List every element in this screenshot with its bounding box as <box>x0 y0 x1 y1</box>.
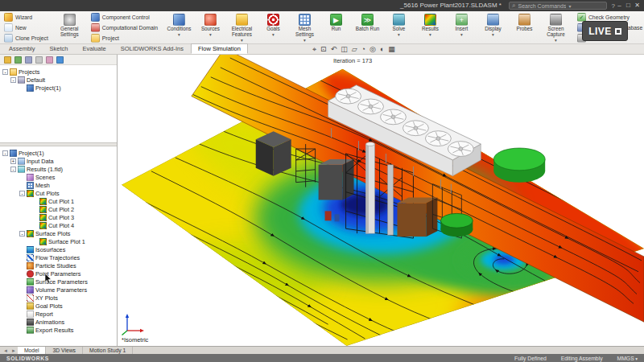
tree-item-icon <box>10 68 17 76</box>
tree-item[interactable]: Cut Plots <box>0 189 117 197</box>
command-tab[interactable]: Assembly <box>2 43 43 54</box>
tree-item[interactable]: Goal Plots <box>0 302 117 310</box>
dropdown-caret-icon <box>209 33 212 36</box>
tree-item[interactable]: Default <box>0 76 117 84</box>
tree-item[interactable]: Surface Plots <box>0 229 117 237</box>
tree-item[interactable]: Input Data <box>0 157 117 165</box>
command-tab[interactable]: Sketch <box>43 43 76 54</box>
panel-tab-strip <box>0 55 117 65</box>
model-tab-label: 3D Views <box>52 348 76 353</box>
panel-tab-icon[interactable] <box>4 56 11 64</box>
search-commands-box[interactable]: Search Commands <box>509 2 607 10</box>
expand-toggle-icon[interactable] <box>10 77 16 83</box>
ribbon-button[interactable]: Run <box>320 12 352 43</box>
expand-toggle-icon[interactable] <box>19 191 25 196</box>
ribbon-button[interactable]: Results <box>415 12 446 43</box>
tree-item[interactable]: Projects <box>0 68 117 76</box>
ribbon-button[interactable]: Computational Domain <box>89 23 160 33</box>
hud-view-icon[interactable] <box>380 44 384 55</box>
hud-view-icon[interactable] <box>331 44 337 55</box>
ribbon-button[interactable]: Wizard <box>2 13 51 23</box>
tree-item[interactable]: Isosurfaces <box>0 245 117 253</box>
expand-toggle-icon[interactable] <box>2 150 8 156</box>
ribbon-button-label: Sources <box>201 27 220 32</box>
hud-view-icon[interactable] <box>388 44 395 55</box>
ribbon-icon <box>299 14 311 26</box>
hud-view-icon[interactable] <box>361 44 365 55</box>
close-button[interactable]: ✕ <box>633 0 642 11</box>
maximize-button[interactable]: □ <box>624 0 633 11</box>
hud-view-icon[interactable] <box>320 44 327 55</box>
graphics-area[interactable]: Iteration = 173 *Isometric <box>118 55 644 346</box>
tree-item[interactable]: Export Results <box>0 326 117 334</box>
projects-tree: Projects Default Project(1) <box>0 65 117 142</box>
tree-item[interactable]: Surface Parameters <box>0 278 117 286</box>
model-tab[interactable]: 3D Views <box>46 347 83 355</box>
ribbon-button[interactable]: Probes <box>509 12 540 43</box>
panel-tab-icon[interactable] <box>14 56 22 64</box>
general-settings-icon <box>64 14 76 26</box>
ribbon-button[interactable]: Clone Project <box>2 34 51 43</box>
tree-item[interactable]: Cut Plot 1 <box>0 197 117 205</box>
tree-item[interactable]: Volume Parameters <box>0 286 117 294</box>
ribbon-button[interactable]: Screen Capture <box>540 12 572 43</box>
hud-view-icon[interactable] <box>369 44 376 55</box>
ribbon-button[interactable]: Component Control <box>89 13 160 23</box>
tree-item[interactable]: Particle Studies <box>0 261 117 269</box>
tab-scroll-right-icon[interactable] <box>10 348 18 353</box>
tab-scroll-left-icon[interactable] <box>2 348 10 353</box>
status-items: Fully Defined Editing Assembly MMGS <box>514 356 638 361</box>
hud-view-icon[interactable] <box>312 44 316 55</box>
tree-item[interactable]: Results (1.fld) <box>0 165 117 173</box>
general-settings-button[interactable]: General Settings <box>54 12 85 43</box>
tree-item[interactable]: Project(1) <box>0 84 117 92</box>
expand-toggle-icon[interactable] <box>19 231 25 237</box>
tree-item[interactable]: Cut Plot 2 <box>0 205 117 213</box>
ribbon-button[interactable]: Display <box>477 12 509 43</box>
ribbon-button-label: Screen Capture <box>540 27 571 38</box>
ribbon-group-domain: Component Control Computational Domain P… <box>89 12 160 43</box>
ribbon-button[interactable]: New <box>2 23 51 33</box>
expand-toggle-icon[interactable] <box>2 69 8 75</box>
ribbon-button[interactable]: Goals <box>258 12 289 43</box>
ribbon-button[interactable]: Sources <box>195 12 226 43</box>
tree-item[interactable]: Project(1) <box>0 149 117 157</box>
tree-item[interactable]: Report <box>0 310 117 318</box>
expand-toggle-icon[interactable] <box>10 158 16 164</box>
tree-item-icon <box>27 182 34 189</box>
command-tab[interactable]: Evaluate <box>75 43 113 54</box>
expand-toggle-icon[interactable] <box>10 167 16 172</box>
tree-item[interactable]: XY Plots <box>0 294 117 302</box>
model-tab[interactable]: Model <box>18 347 47 355</box>
ribbon-button[interactable]: Batch Run <box>352 12 383 43</box>
tree-item-icon <box>39 214 47 221</box>
tree-item[interactable]: Scenes <box>0 173 117 181</box>
panel-tab-icon[interactable] <box>25 56 32 64</box>
ribbon-button[interactable]: Project <box>89 34 160 43</box>
tree-item[interactable]: Flow Trajectories <box>0 253 117 261</box>
tree-item-icon <box>39 238 47 245</box>
tree-item[interactable]: Mesh <box>0 181 117 189</box>
hud-view-icon[interactable] <box>341 44 348 55</box>
panel-tab-icon[interactable] <box>56 56 64 64</box>
ribbon-button[interactable]: Electrical Features <box>226 12 258 43</box>
ribbon-button[interactable]: Conditions <box>163 12 195 43</box>
tree-item[interactable]: Cut Plot 3 <box>0 213 117 221</box>
command-tab-label: Sketch <box>50 45 68 52</box>
panel-tab-icon[interactable] <box>46 56 53 64</box>
ribbon-button[interactable]: Mesh Settings <box>289 12 320 43</box>
panel-tab-icon[interactable] <box>35 56 43 64</box>
tree-item[interactable]: Surface Plot 1 <box>0 237 117 245</box>
ribbon-button[interactable]: Solve <box>383 12 415 43</box>
ribbon-button[interactable]: Insert <box>446 12 477 43</box>
minimize-button[interactable]: – <box>615 0 624 11</box>
tree-item[interactable]: Point Parameters <box>0 269 117 278</box>
search-caret-icon[interactable] <box>568 3 571 9</box>
dropdown-caret-icon <box>178 33 180 36</box>
hud-view-icon[interactable] <box>352 44 357 55</box>
tree-item[interactable]: Animations <box>0 318 117 326</box>
model-tab[interactable]: Motion Study 1 <box>83 347 133 355</box>
command-tab[interactable]: Flow Simulation <box>191 43 248 54</box>
tree-item[interactable]: Cut Plot 4 <box>0 221 117 229</box>
command-tab[interactable]: SOLIDWORKS Add-Ins <box>114 43 191 54</box>
